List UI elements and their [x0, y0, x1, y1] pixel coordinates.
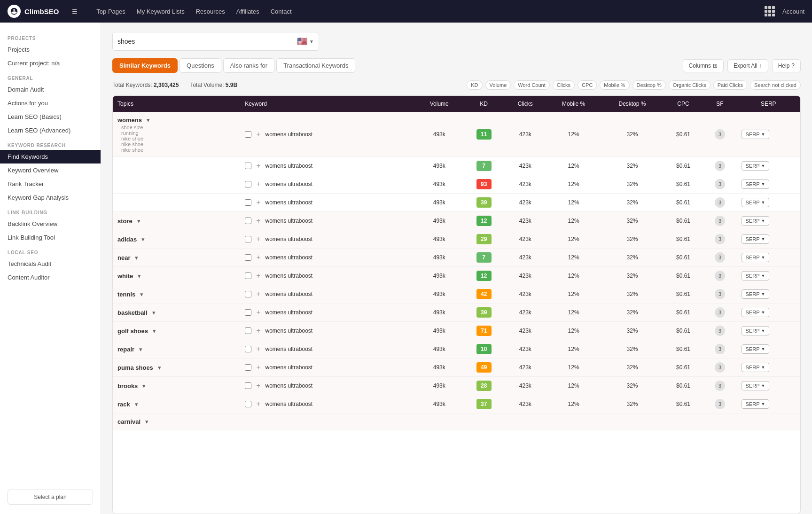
topic-expand-button[interactable]: ▾: [145, 116, 152, 125]
nav-my-keyword-lists[interactable]: My Keyword Lists: [137, 6, 185, 17]
help-button[interactable]: Help ?: [772, 59, 801, 72]
add-keyword-button[interactable]: +: [254, 235, 262, 243]
tab-similar-keywords[interactable]: Similar Keywords: [112, 58, 178, 73]
topic-expand-button[interactable]: ▾: [133, 400, 140, 409]
sidebar-item-rank-tracker[interactable]: Rank Tracker: [0, 177, 101, 191]
nav-affiliates[interactable]: Affiliates: [236, 6, 259, 17]
serp-button[interactable]: SERP ▼: [742, 253, 770, 262]
keyword-checkbox[interactable]: [245, 199, 251, 206]
brand-logo[interactable]: ClimbSEO: [8, 5, 59, 18]
topic-expand-button[interactable]: ▾: [156, 363, 163, 372]
topic-expand-button[interactable]: ▾: [141, 382, 148, 390]
col-pill-kd[interactable]: KD: [467, 80, 482, 90]
export-all-button[interactable]: Export All ↑: [727, 59, 768, 72]
tab-questions[interactable]: Questions: [180, 58, 221, 73]
add-keyword-button[interactable]: +: [254, 308, 262, 317]
add-keyword-button[interactable]: +: [254, 345, 262, 353]
topic-expand-button[interactable]: ▾: [140, 235, 147, 244]
menu-icon[interactable]: ☰: [72, 8, 78, 15]
topic-expand-button[interactable]: ▾: [133, 253, 140, 262]
sidebar-item-keyword-overview[interactable]: Keyword Overview: [0, 164, 101, 177]
add-keyword-button[interactable]: +: [254, 198, 262, 207]
serp-button[interactable]: SERP ▼: [742, 198, 770, 207]
sidebar-item-backlink-overview[interactable]: Backlink Overview: [0, 217, 101, 231]
col-pill-paid-clicks[interactable]: Paid Clicks: [713, 80, 747, 90]
keyword-checkbox[interactable]: [245, 382, 251, 389]
col-pill-mobile[interactable]: Mobile %: [600, 80, 629, 90]
serp-button[interactable]: SERP ▼: [742, 216, 770, 226]
keyword-checkbox[interactable]: [245, 273, 251, 279]
keyword-checkbox[interactable]: [245, 218, 251, 224]
add-keyword-button[interactable]: +: [254, 290, 262, 298]
add-keyword-button[interactable]: +: [254, 180, 262, 188]
keyword-checkbox[interactable]: [245, 163, 251, 169]
keyword-checkbox[interactable]: [245, 291, 251, 297]
serp-button[interactable]: SERP ▼: [742, 271, 770, 280]
add-keyword-button[interactable]: +: [254, 217, 262, 225]
columns-button[interactable]: Columns ⊞: [683, 59, 724, 72]
select-plan-button[interactable]: Select a plan: [8, 490, 93, 505]
serp-button[interactable]: SERP ▼: [742, 344, 770, 354]
sidebar-item-find-keywords[interactable]: Find Keywords: [0, 150, 101, 164]
serp-button[interactable]: SERP ▼: [742, 179, 770, 189]
add-keyword-button[interactable]: +: [254, 272, 262, 280]
serp-button[interactable]: SERP ▼: [742, 289, 770, 299]
keyword-checkbox[interactable]: [245, 309, 251, 316]
nav-top-pages[interactable]: Top Pages: [96, 6, 125, 17]
flag-selector[interactable]: 🇺🇸 ▼: [293, 36, 314, 47]
col-pill-volume[interactable]: Volume: [485, 80, 511, 90]
sidebar-item-current-project[interactable]: Current project: n/a: [0, 56, 101, 70]
col-pill-word-count[interactable]: Word Count: [514, 80, 550, 90]
topic-expand-button[interactable]: ▾: [143, 417, 150, 426]
topic-expand-button[interactable]: ▾: [136, 272, 143, 280]
serp-button[interactable]: SERP ▼: [742, 130, 770, 139]
add-keyword-button[interactable]: +: [254, 363, 262, 372]
keyword-checkbox[interactable]: [245, 401, 251, 407]
sidebar-item-projects[interactable]: Projects: [0, 43, 101, 56]
sidebar-item-keyword-gap-analysis[interactable]: Keyword Gap Analysis: [0, 191, 101, 204]
add-keyword-button[interactable]: +: [254, 400, 262, 408]
serp-button[interactable]: SERP ▼: [742, 161, 770, 171]
search-input-wrapper[interactable]: 🇺🇸 ▼: [112, 32, 319, 51]
col-pill-clicks[interactable]: Clicks: [553, 80, 575, 90]
apps-icon[interactable]: [765, 6, 775, 16]
add-keyword-button[interactable]: +: [254, 162, 262, 170]
account-link[interactable]: Account: [782, 8, 804, 15]
tab-also-ranks-for[interactable]: Also ranks for: [223, 58, 274, 73]
topic-expand-button[interactable]: ▾: [151, 327, 158, 335]
sidebar-item-link-building-tool[interactable]: Link Building Tool: [0, 231, 101, 244]
nav-resources[interactable]: Resources: [196, 6, 225, 17]
add-keyword-button[interactable]: +: [254, 327, 262, 335]
col-pill-organic-clicks[interactable]: Organic Clicks: [669, 80, 710, 90]
keyword-checkbox[interactable]: [245, 327, 251, 334]
nav-contact[interactable]: Contact: [271, 6, 292, 17]
topic-expand-button[interactable]: ▾: [150, 308, 157, 317]
serp-button[interactable]: SERP ▼: [742, 234, 770, 244]
topic-expand-button[interactable]: ▾: [137, 345, 144, 354]
sidebar-item-learn-seo-basics[interactable]: Learn SEO (Basics): [0, 110, 101, 124]
sidebar-item-domain-audit[interactable]: Domain Audit: [0, 83, 101, 96]
keyword-search-input[interactable]: [117, 38, 289, 45]
sidebar-item-content-auditor[interactable]: Content Auditor: [0, 271, 101, 284]
keyword-checkbox[interactable]: [245, 236, 251, 242]
serp-button[interactable]: SERP ▼: [742, 326, 770, 335]
serp-button[interactable]: SERP ▼: [742, 363, 770, 372]
keyword-checkbox[interactable]: [245, 346, 251, 352]
col-pill-cpc[interactable]: CPC: [578, 80, 597, 90]
keyword-checkbox[interactable]: [245, 131, 251, 138]
topic-expand-button[interactable]: ▾: [135, 217, 142, 226]
col-pill-desktop[interactable]: Desktop %: [632, 80, 666, 90]
col-pill-search-not-clicked[interactable]: Search not clicked: [750, 80, 801, 90]
topic-expand-button[interactable]: ▾: [138, 290, 145, 299]
sidebar-item-technicals-audit[interactable]: Technicals Audit: [0, 257, 101, 271]
keyword-checkbox[interactable]: [245, 181, 251, 187]
add-keyword-button[interactable]: +: [254, 130, 262, 139]
add-keyword-button[interactable]: +: [254, 253, 262, 262]
serp-button[interactable]: SERP ▼: [742, 381, 770, 390]
add-keyword-button[interactable]: +: [254, 382, 262, 390]
sidebar-item-learn-seo-advanced[interactable]: Learn SEO (Advanced): [0, 124, 101, 137]
serp-button[interactable]: SERP ▼: [742, 308, 770, 317]
serp-button[interactable]: SERP ▼: [742, 399, 770, 409]
keyword-checkbox[interactable]: [245, 254, 251, 261]
sidebar-item-actions-for-you[interactable]: Actions for you: [0, 96, 101, 110]
